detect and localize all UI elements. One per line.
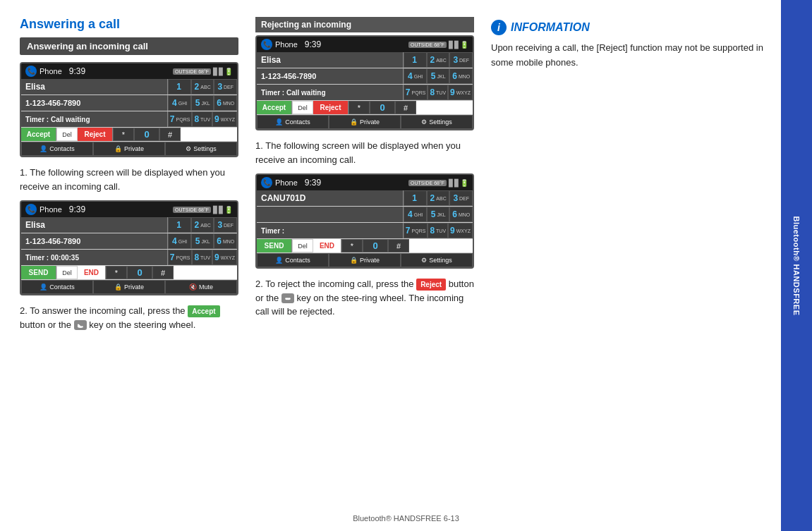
phone-action-row-2: SEND Del END * 0 # [21, 266, 237, 280]
phone-time-m1: 9:39 [305, 39, 321, 49]
caller-number-1: 1-123-456-7890 [21, 95, 168, 111]
right-sidebar: Bluetooth® HANDSFREE [781, 0, 812, 531]
zero-btn-2: 0 [127, 266, 152, 279]
signal-icons-m2: ▊▊🔋 [449, 179, 468, 187]
caller-name-2: Elisa [21, 217, 168, 233]
phone-header-2: 📞 Phone 9:39 OUTSIDE 68°F ▊▊🔋 [21, 202, 237, 217]
accept-btn-1: Accept [21, 128, 56, 141]
keypad-row3-2: 7PQRS 8TUV 9WXYZ [168, 250, 237, 265]
call-status-m1: Timer : Call waiting [257, 85, 404, 100]
reject-button-ref: Reject [416, 279, 446, 291]
key-3-1: 3DEF [214, 79, 237, 94]
left-column: Answering a call Answering an incoming c… [20, 17, 238, 517]
zero-btn-1: 0 [134, 128, 159, 141]
phone-bottom-m2: 👤 Contacts 🔒 Private ⚙ Settings [257, 253, 473, 267]
footer-text: Bluetooth® HANDSFREE 6-13 [353, 514, 459, 523]
call-key-icon-middle [281, 293, 294, 303]
phone-number-row-1: 1-123-456-7890 4GHI 5JKL 6MNO [21, 95, 237, 111]
key-3-m1: 3DEF [449, 52, 473, 68]
del-btn-m1: Del [292, 101, 313, 114]
accept-btn-m1: Accept [257, 101, 292, 114]
key-2-1: 2ABC [191, 79, 214, 94]
phone-number-row-m2: 4GHI 5JKL 6MNO [257, 207, 473, 223]
key-3-m2: 3DEF [449, 190, 473, 206]
caller-name-m2: CANU701D [257, 190, 404, 206]
settings-btn-m1: ⚙ Settings [401, 115, 473, 129]
key-6-m1: 6MNO [449, 68, 473, 84]
call-status-m2: Timer : [257, 223, 404, 238]
phone-outside-m1: OUTSIDE 68°F ▊▊🔋 [408, 41, 468, 49]
star-btn-m1: * [349, 101, 370, 114]
signal-icons-m1: ▊▊🔋 [449, 41, 468, 49]
end-btn-m2: END [313, 239, 341, 252]
key-6-1: 6MNO [214, 95, 237, 111]
caller-number-2: 1-123-456-7890 [21, 233, 168, 249]
phone-header-m2: 📞 Phone 9:39 OUTSIDE 68°F ▊▊🔋 [257, 175, 473, 190]
info-icon: i [491, 20, 507, 35]
phone-app-icon-1: 📞 [25, 66, 37, 77]
end-btn-2: END [78, 266, 106, 279]
phone-caller-row-m2: CANU701D 1 2ABC 3DEF [257, 190, 473, 207]
key-2-2: 2ABC [191, 217, 214, 233]
keypad-row2-2: 4GHI 5JKL 6MNO [168, 233, 237, 249]
keypad-row1-1: 1 2ABC 3DEF [168, 79, 237, 94]
phone-number-row-m1: 1-123-456-7890 4GHI 5JKL 6MNO [257, 68, 473, 85]
phone-header-left-m2: 📞 Phone 9:39 [261, 177, 321, 188]
phone-app-label-m1: Phone [275, 40, 298, 49]
phone-app-icon-m1: 📞 [261, 39, 272, 50]
phone-action-row-1: Accept Del Reject * 0 # [21, 128, 237, 142]
phone-status-row-m2: Timer : 7PQRS 8TUV 9WXYZ [257, 223, 473, 239]
key-4-m1: 4GHI [404, 68, 427, 84]
key-1-2: 1 [168, 217, 191, 233]
phone-number-row-2: 1-123-456-7890 4GHI 5JKL 6MNO [21, 233, 237, 250]
reject-btn-1: Reject [78, 128, 113, 141]
key-8-1: 8TUV [192, 111, 212, 127]
accept-button-ref: Accept [188, 305, 219, 317]
settings-btn-1: ⚙ Settings [165, 142, 237, 156]
key-7-2: 7PQRS [168, 250, 193, 265]
phone-body-1: Elisa 1 2ABC 3DEF 1-123-456-7890 4GHI 5J… [21, 79, 237, 156]
keypad-row1-m2: 1 2ABC 3DEF [404, 190, 473, 206]
settings-btn-m2: ⚙ Settings [401, 253, 473, 267]
key-9-m2: 9WXYZ [448, 223, 473, 238]
sidebar-label: Bluetooth® HANDSFREE [792, 216, 801, 315]
key-4-1: 4GHI [168, 95, 191, 111]
phone-status-row-m1: Timer : Call waiting 7PQRS 8TUV 9WXYZ [257, 85, 473, 101]
phone-body-m1: Elisa 1 2ABC 3DEF 1-123-456-7890 4GHI 5J… [257, 52, 473, 129]
keypad-row3-m2: 7PQRS 8TUV 9WXYZ [404, 223, 473, 238]
phone-outside-2: OUTSIDE 68°F ▊▊🔋 [173, 206, 233, 214]
phone-action-row-m1: Accept Del Reject * 0 # [257, 101, 473, 115]
keypad-row2-m1: 4GHI 5JKL 6MNO [404, 68, 473, 84]
phone-body-2: Elisa 1 2ABC 3DEF 1-123-456-7890 4GHI 5J… [21, 217, 237, 294]
phone-screen-1: 📞 Phone 9:39 OUTSIDE 68°F ▊▊🔋 Elisa 1 2A… [20, 62, 238, 157]
private-btn-2: 🔒 Private [93, 280, 165, 294]
phone-caller-row-2: Elisa 1 2ABC 3DEF [21, 217, 237, 233]
star-btn-2: * [106, 266, 127, 279]
key-4-m2: 4GHI [404, 207, 427, 222]
del-btn-1: Del [56, 128, 78, 141]
contacts-btn-2: 👤 Contacts [21, 280, 93, 294]
phone-app-label-1: Phone [40, 67, 62, 75]
phone-header-left-2: 📞 Phone 9:39 [25, 204, 85, 215]
phone-header-left-1: 📞 Phone 9:39 [25, 66, 85, 77]
step2-left: 2. To answer the incoming call, press th… [20, 304, 238, 331]
keypad-row3-1: 7PQRS 8TUV 9WXYZ [168, 111, 237, 127]
key-5-1: 5JKL [191, 95, 214, 111]
key-9-m1: 9WXYZ [448, 85, 473, 100]
contacts-btn-1: 👤 Contacts [21, 142, 93, 156]
info-box-header: i INFORMATION [491, 20, 767, 35]
contacts-btn-m2: 👤 Contacts [257, 253, 329, 267]
outside-badge-m1: OUTSIDE 68°F [408, 42, 447, 48]
step1-middle: 1. The following screen will be displaye… [255, 139, 474, 166]
key-5-m2: 5JKL [427, 207, 450, 222]
key-3-2: 3DEF [214, 217, 237, 233]
star-btn-m2: * [341, 239, 363, 252]
phone-time-m2: 9:39 [305, 178, 321, 188]
caller-name-m1: Elisa [257, 52, 404, 68]
step2-middle: 2. To reject the incoming call, press th… [255, 277, 474, 319]
key-9-2: 9WXYZ [212, 250, 237, 265]
contacts-btn-m1: 👤 Contacts [257, 115, 329, 129]
key-1-m1: 1 [404, 52, 427, 68]
private-btn-m2: 🔒 Private [329, 253, 401, 267]
call-status-1: Timer : Call waiting [21, 111, 168, 127]
